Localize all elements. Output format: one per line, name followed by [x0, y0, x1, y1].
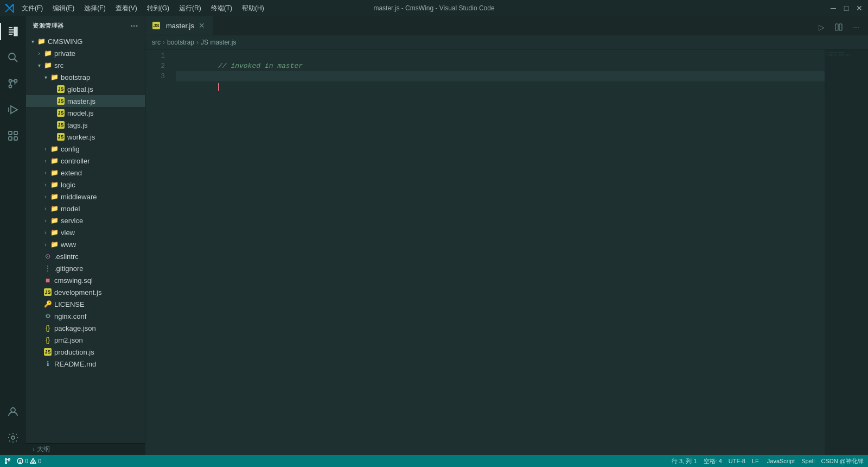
sidebar-item-src[interactable]: ▾ 📁 src [26, 59, 145, 71]
activity-extensions[interactable] [0, 123, 26, 149]
sidebar-item-service[interactable]: › 📁 service [26, 214, 145, 226]
menu-view[interactable]: 查看(V) [111, 3, 142, 14]
tree-label: cmswing.sql [54, 276, 93, 285]
line-ending-label: LF [752, 458, 759, 464]
outline-toggle[interactable]: › 大纲 [33, 445, 50, 454]
sidebar-more-icon[interactable]: ··· [130, 21, 138, 31]
run-icon[interactable]: ▷ [814, 20, 829, 35]
breadcrumb-file[interactable]: JS master.js [201, 39, 236, 46]
menu-run[interactable]: 运行(R) [175, 3, 206, 14]
svg-point-14 [11, 436, 15, 439]
js-file-icon: JS [56, 85, 65, 93]
status-right: 行 3, 列 1 空格: 4 UTF-8 LF JavaScript Spell… [672, 457, 864, 465]
arrow-icon: ▾ [28, 37, 37, 46]
folder-icon: 📁 [43, 49, 52, 58]
menu-select[interactable]: 选择(F) [80, 3, 110, 14]
sidebar-item-worker-js[interactable]: › JS worker.js [26, 131, 145, 143]
tab-bar: JS master.js ✕ ▷ ··· [145, 16, 868, 35]
activity-account[interactable] [0, 399, 26, 425]
line-ending-status[interactable]: LF [752, 458, 759, 464]
spaces-status[interactable]: 空格: 4 [704, 457, 722, 465]
tree-root-cmswing[interactable]: ▾ 📁 CMSWING [26, 35, 145, 47]
vscode-logo [4, 3, 14, 13]
activity-search[interactable] [0, 45, 26, 71]
sidebar-item-extend[interactable]: › 📁 extend [26, 167, 145, 179]
sidebar-item-middleware[interactable]: › 📁 middleware [26, 191, 145, 203]
spell-label: Spell [801, 458, 814, 464]
tree-label: tags.js [67, 121, 88, 129]
sidebar-item-nginx-conf[interactable]: › ⚙ nginx.conf [26, 310, 145, 322]
encoding-status[interactable]: UTF-8 [729, 458, 745, 464]
folder-icon: 📁 [43, 61, 52, 70]
spell-status[interactable]: Spell [801, 458, 814, 464]
menu-bar: 文件(F) 编辑(E) 选择(F) 查看(V) 转到(G) 运行(R) 终端(T… [17, 3, 269, 14]
sidebar-item-bootstrap[interactable]: ▾ 📁 bootstrap [26, 71, 145, 83]
sidebar-item-master-js[interactable]: › JS master.js [26, 95, 145, 107]
error-status[interactable]: 0 0 [17, 458, 41, 464]
menu-goto[interactable]: 转到(G) [143, 3, 174, 14]
sidebar-item-readme-md[interactable]: › ℹ README.md [26, 358, 145, 370]
activity-run[interactable] [0, 97, 26, 123]
code-editor[interactable]: 1 2 3 // invoked in master // require('.… [145, 49, 868, 455]
menu-help[interactable]: 帮助(H) [238, 3, 269, 14]
folder-icon: 📁 [50, 192, 59, 201]
breadcrumb-bootstrap[interactable]: bootstrap [167, 39, 194, 46]
sidebar-item-license[interactable]: › 🔑 LICENSE [26, 298, 145, 310]
sidebar-item-development-js[interactable]: › JS development.js [26, 286, 145, 298]
sidebar-item-global-js[interactable]: › JS global.js [26, 83, 145, 95]
folder-icon: 📁 [50, 240, 59, 249]
tree-label: logic [61, 181, 75, 189]
menu-file[interactable]: 文件(F) [17, 3, 47, 14]
sidebar-item-package-json[interactable]: › {} package.json [26, 322, 145, 334]
folder-icon: 📁 [50, 168, 59, 177]
sidebar-item-view[interactable]: › 📁 view [26, 226, 145, 238]
more-actions-icon[interactable]: ··· [848, 20, 864, 35]
svg-point-13 [11, 408, 15, 412]
sidebar-item-config[interactable]: › 📁 config [26, 143, 145, 155]
sidebar-item-production-js[interactable]: › JS production.js [26, 346, 145, 358]
sidebar-item-cmswing-sql[interactable]: › ■ cmswing.sql [26, 274, 145, 286]
outline-label: 大纲 [37, 445, 50, 454]
close-button[interactable]: ✕ [855, 5, 864, 11]
split-editor-icon[interactable] [831, 20, 846, 35]
minimize-button[interactable]: ─ [829, 5, 838, 11]
breadcrumb-src[interactable]: src [152, 39, 161, 46]
chevron-right-icon: › [33, 446, 35, 453]
maximize-button[interactable]: □ [842, 5, 851, 11]
language-status[interactable]: JavaScript [765, 458, 795, 464]
activity-settings[interactable] [0, 425, 26, 451]
menu-edit[interactable]: 编辑(E) [48, 3, 79, 14]
sidebar-item-tags-js[interactable]: › JS tags.js [26, 119, 145, 131]
sidebar-item-pm2-json[interactable]: › {} pm2.json [26, 334, 145, 346]
git-branch-status[interactable] [4, 458, 12, 464]
arrow-icon: › [41, 216, 50, 225]
js-file-icon: JS [43, 288, 52, 296]
activity-source-control[interactable] [0, 71, 26, 97]
tab-close-button[interactable]: ✕ [197, 21, 206, 30]
tab-bar-actions: ▷ ··· [814, 20, 868, 35]
cursor-position-status[interactable]: 行 3, 列 1 [672, 457, 697, 465]
title-bar-left: 文件(F) 编辑(E) 选择(F) 查看(V) 转到(G) 运行(R) 终端(T… [4, 3, 269, 14]
nginx-icon: ⚙ [43, 312, 52, 320]
encoding-label: UTF-8 [729, 458, 745, 464]
activity-bar [0, 16, 26, 455]
sidebar-item-model[interactable]: › 📁 model [26, 203, 145, 214]
sidebar: 资源管理器 ··· ▾ 📁 CMSWING › 📁 private ▾ 📁 [26, 16, 145, 455]
sidebar-item-gitignore[interactable]: › ⋮ .gitignore [26, 262, 145, 274]
arrow-icon: ▾ [41, 73, 50, 81]
tree-label: nginx.conf [54, 312, 86, 320]
tree-label: development.js [54, 288, 101, 296]
sidebar-item-controller[interactable]: › 📁 controller [26, 155, 145, 167]
sidebar-bottom-bar: › 大纲 [26, 443, 145, 455]
sidebar-item-www[interactable]: › 📁 www [26, 238, 145, 250]
arrow-icon: ▾ [35, 61, 43, 70]
tab-master-js[interactable]: JS master.js ✕ [145, 16, 213, 35]
sidebar-item-private[interactable]: › 📁 private [26, 47, 145, 59]
sidebar-item-eslintrc[interactable]: › ⊙ .eslintrc [26, 250, 145, 262]
activity-explorer[interactable] [0, 18, 26, 45]
tree-label: controller [61, 157, 90, 165]
code-content[interactable]: // invoked in master // require('./globa… [171, 49, 825, 455]
menu-terminal[interactable]: 终端(T) [207, 3, 237, 14]
sidebar-item-logic[interactable]: › 📁 logic [26, 179, 145, 191]
sidebar-item-model-js[interactable]: › JS model.js [26, 107, 145, 119]
